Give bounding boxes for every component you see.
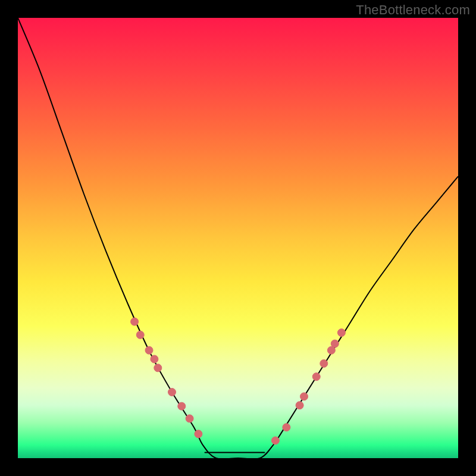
heat-gradient-background: [18, 18, 458, 458]
watermark-text: TheBottleneck.com: [356, 2, 470, 18]
plot-area: [18, 18, 458, 458]
chart-frame: TheBottleneck.com: [0, 0, 476, 476]
